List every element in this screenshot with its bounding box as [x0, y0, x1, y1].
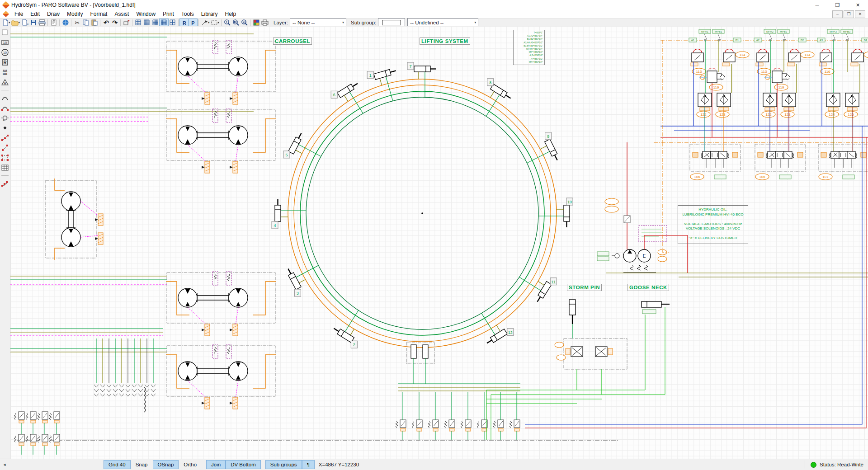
zoom-previous-button[interactable] [240, 19, 249, 26]
lifting-system-label[interactable]: LIFTING SYSTEM [420, 38, 470, 45]
undo-button[interactable]: ↶ [102, 19, 110, 26]
chevron-down-icon[interactable]: ▾ [19, 21, 20, 24]
statusbar-toggle-sub-groups[interactable]: Sub groups [266, 461, 302, 469]
redo-button[interactable]: ↷ [110, 19, 119, 26]
close-icon[interactable]: ✕ [848, 0, 868, 10]
blank-symbol-tool[interactable] [0, 28, 9, 38]
menu-print[interactable]: Print [159, 10, 178, 18]
oil-spec-box[interactable]: HYDRAULIC OIL:LUBRILOGIC PREMIUM HVI-46 … [678, 205, 748, 244]
svg-text:A: A [4, 82, 6, 85]
selection-rect-tool[interactable] [0, 153, 9, 163]
step-route-tool[interactable] [0, 179, 9, 188]
component-insert-tool[interactable]: + [0, 113, 9, 123]
warning-text-tool[interactable]: A [0, 77, 9, 87]
insert-symbol-button[interactable] [122, 19, 131, 26]
subgroup-value: -- Undefined -- [410, 20, 443, 25]
help-globe-button[interactable] [61, 19, 70, 26]
cut-button[interactable]: ✂ [73, 19, 81, 26]
svg-text:MPB2: MPB2 [780, 30, 788, 33]
zoom-in-button[interactable] [223, 19, 231, 26]
chevron-down-icon[interactable]: ▾ [208, 21, 210, 24]
mdi-close-icon[interactable]: ✕ [855, 10, 865, 18]
svg-text:114: 114 [805, 53, 811, 57]
drawing-canvas[interactable]: 789101112234561MPA1MPB1A1B11141131191221… [10, 26, 868, 459]
grid-density-2-button[interactable] [142, 19, 151, 26]
menu-help[interactable]: Help [222, 10, 240, 18]
grid-density-1-button[interactable] [134, 19, 142, 26]
print-button[interactable] [38, 19, 46, 26]
chevron-down-icon[interactable]: ▾ [9, 21, 10, 24]
svg-text:114: 114 [740, 53, 745, 57]
svg-text:AA: AA [3, 69, 7, 72]
copy-button[interactable] [81, 19, 90, 26]
line-segment-tool[interactable] [0, 143, 9, 153]
svg-text:6: 6 [333, 93, 335, 97]
statusbar-toggle--[interactable]: ¶ [302, 461, 314, 469]
menu-draw[interactable]: Draw [43, 10, 63, 18]
number-circle-tool[interactable]: 10 [0, 47, 9, 57]
port-size-legend[interactable]: T=BSP1"A1,A2=BSP3/4"B1,B2=BSP3/4"A3,A4,A… [513, 30, 545, 65]
svg-text:9: 9 [547, 134, 549, 139]
grid-density-3-button[interactable] [151, 19, 160, 26]
arc-tool[interactable] [0, 93, 9, 103]
statusbar-toggle-dv-bottom[interactable]: DV Bottom [226, 461, 260, 469]
svg-text:106: 106 [759, 175, 765, 179]
svg-text:12: 12 [508, 330, 513, 335]
polyline-tool[interactable] [0, 133, 9, 143]
menu-edit[interactable]: Edit [27, 10, 43, 18]
save-button[interactable] [29, 19, 38, 26]
scroll-left-icon[interactable]: ◄ [3, 463, 6, 467]
import-page-button[interactable]: + [20, 19, 29, 26]
mdi-restore-icon[interactable]: ❐ [844, 10, 854, 18]
arc-endpoint-tool[interactable] [0, 103, 9, 113]
zoom-window-button[interactable] [231, 19, 240, 26]
text-tool[interactable]: AABB [0, 67, 9, 77]
carrousel-label[interactable]: CARROUSEL [273, 38, 312, 45]
svg-text:BB: BB [3, 72, 7, 75]
statusbar-toggle-osnap[interactable]: OSnap [153, 461, 179, 469]
document-icon [3, 11, 9, 17]
menu-file[interactable]: File [11, 10, 27, 18]
grid-density-5-button[interactable] [168, 19, 177, 26]
statusbar-toggle-snap[interactable]: Snap [131, 461, 152, 469]
statusbar-toggle-grid-40[interactable]: Grid 40 [104, 461, 130, 469]
grid-density-4-button[interactable] [160, 19, 168, 26]
plot-button[interactable] [260, 19, 269, 26]
statusbar-toggle-join[interactable]: Join [207, 461, 225, 469]
svg-text:↷: ↷ [112, 19, 118, 26]
print-preview-button[interactable] [49, 19, 58, 26]
color-palette-button[interactable] [252, 19, 260, 26]
storm-pin-label[interactable]: STORM PIN [567, 284, 602, 291]
menu-library[interactable]: Library [198, 10, 222, 18]
paste-button[interactable] [90, 19, 99, 26]
status-green-icon [811, 462, 816, 468]
restore-icon[interactable]: ❐ [827, 0, 848, 10]
menu-window[interactable]: Window [132, 10, 159, 18]
svg-text:A3: A3 [820, 39, 823, 42]
number-rect-tool[interactable]: 10 [0, 38, 9, 47]
ports-toggle-button[interactable]: P [189, 19, 197, 26]
menu-tools[interactable]: Tools [178, 10, 198, 18]
menu-format[interactable]: Format [86, 10, 111, 18]
left-tool-rail: 1010RAABBA+ [0, 26, 10, 459]
menu-modify[interactable]: Modify [63, 10, 86, 18]
svg-text:P: P [191, 20, 194, 25]
reference-rect-tool[interactable]: R [0, 57, 9, 67]
svg-text:125: 125 [848, 113, 854, 117]
svg-text:106: 106 [694, 175, 700, 179]
node-point-tool[interactable] [0, 123, 9, 133]
reference-toggle-button[interactable]: R [180, 19, 189, 26]
chevron-down-icon[interactable]: ▾ [218, 21, 220, 24]
svg-text:A1: A1 [691, 39, 695, 42]
title-bar: HydroSym - PARO Software BV - [Voorbeeld… [0, 0, 868, 10]
mdi-minimize-icon[interactable]: – [832, 10, 843, 18]
svg-text:122: 122 [700, 113, 707, 117]
table-tool[interactable] [0, 163, 9, 173]
svg-text:123: 123 [784, 113, 791, 117]
statusbar-toggle-ortho[interactable]: Ortho [179, 461, 201, 469]
minimize-icon[interactable]: ─ [807, 0, 827, 10]
file-status: Status: Read-Write [820, 462, 863, 467]
menu-assist[interactable]: Assist [111, 10, 132, 18]
svg-text:B1: B1 [736, 39, 739, 42]
goose-neck-label[interactable]: GOOSE NECK [627, 284, 669, 291]
